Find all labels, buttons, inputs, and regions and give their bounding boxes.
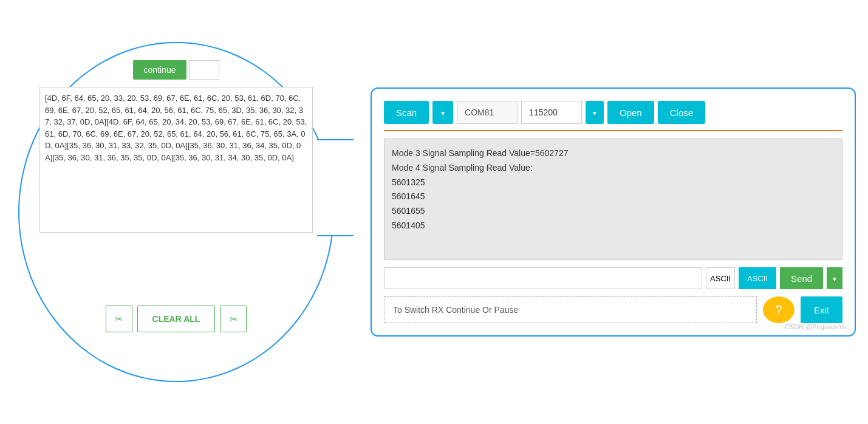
- baud-input[interactable]: [521, 101, 582, 124]
- right-icon-button[interactable]: ✂: [220, 306, 247, 332]
- hex-display: [4D, 6F, 64, 65, 20, 33, 20, 53, 69, 67,…: [39, 87, 313, 233]
- data-line-2: Mode 4 Signal Sampling Read Value:: [392, 161, 835, 176]
- close-button[interactable]: Close: [658, 101, 705, 124]
- scan-dropdown-button[interactable]: [432, 101, 453, 124]
- data-display: Mode 3 Signal Sampling Read Value=560272…: [384, 138, 842, 260]
- send-input[interactable]: [384, 267, 702, 289]
- exit-button[interactable]: Exit: [801, 296, 842, 323]
- data-line-4: 5601645: [392, 190, 835, 204]
- continue-button[interactable]: continue: [133, 60, 187, 80]
- com-input[interactable]: [457, 101, 518, 124]
- bottom-controls: ✂ CLEAR ALL ✂: [106, 306, 247, 332]
- send-area: ASCII ASCII Send: [384, 267, 842, 289]
- circle-connector: [317, 139, 354, 236]
- scissors-left-icon: ✂: [115, 313, 123, 325]
- scan-button[interactable]: Scan: [384, 101, 429, 124]
- data-line-1: Mode 3 Signal Sampling Read Value=560272…: [392, 146, 835, 161]
- toolbar: Scan Open Close: [384, 101, 842, 131]
- left-content: continue [4D, 6F, 64, 65, 20, 33, 20, 53…: [18, 42, 334, 332]
- send-button[interactable]: Send: [780, 267, 823, 289]
- scissors-right-icon: ✂: [230, 313, 238, 325]
- continue-input[interactable]: [189, 60, 219, 80]
- right-box: Scan Open Close Mode 3 Signal Sampling R…: [371, 87, 856, 337]
- data-line-3: 5601325: [392, 176, 835, 190]
- send-chevron-icon: [832, 274, 838, 283]
- left-panel: continue [4D, 6F, 64, 65, 20, 33, 20, 53…: [12, 18, 352, 406]
- data-line-6: 5601405: [392, 219, 835, 233]
- send-dropdown-button[interactable]: [827, 267, 842, 289]
- switch-area: To Switch RX Continue Or Pause ? Exit: [384, 296, 842, 323]
- watermark: CSDN @PegasusYu: [785, 323, 846, 330]
- baud-chevron-icon: [592, 108, 598, 117]
- data-line-5: 5601655: [392, 204, 835, 219]
- clear-all-button[interactable]: CLEAR ALL: [137, 306, 216, 332]
- left-icon-button[interactable]: ✂: [106, 306, 132, 332]
- chevron-down-icon: [440, 108, 446, 117]
- continue-area: continue: [133, 60, 220, 80]
- ascii-mode-button[interactable]: ASCII: [739, 267, 776, 289]
- switch-label: To Switch RX Continue Or Pause: [384, 296, 757, 323]
- baud-dropdown-button[interactable]: [586, 101, 604, 124]
- ascii-label: ASCII: [706, 267, 735, 289]
- ascii-text: ASCII: [710, 274, 731, 283]
- open-button[interactable]: Open: [607, 101, 654, 124]
- question-button[interactable]: ?: [763, 296, 795, 323]
